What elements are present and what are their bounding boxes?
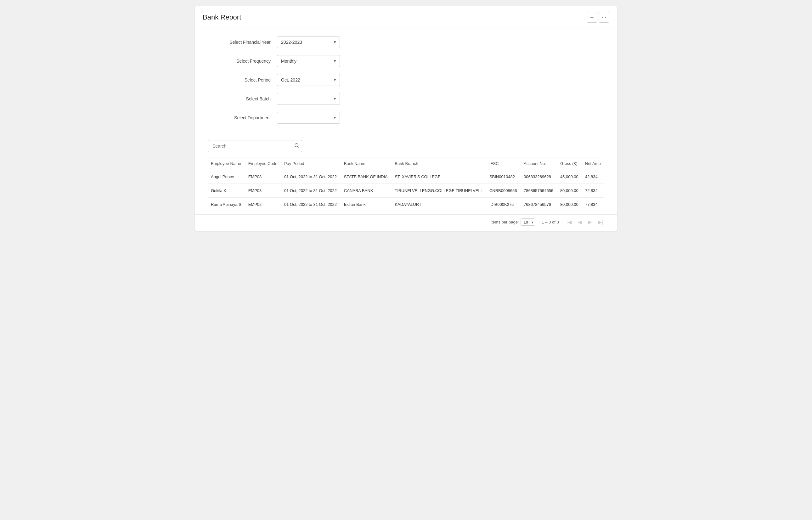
table-cell: CNRB0008656 [486, 184, 521, 198]
department-label: Select Department [208, 115, 277, 120]
items-per-page-label: Items per page: [490, 220, 519, 225]
col-account-no: Account No. [521, 157, 557, 170]
table-cell: 01 Oct, 2022 to 31 Oct, 2022 [281, 170, 341, 184]
back-button[interactable]: ← [587, 12, 597, 23]
last-page-button[interactable]: ▶| [597, 218, 604, 226]
table-cell: EMP08 [245, 170, 281, 184]
svg-line-1 [298, 146, 299, 148]
financial-year-select[interactable]: 2022-2023 2021-2022 2020-2021 [277, 36, 340, 48]
form-section: Select Financial Year 2022-2023 2021-202… [195, 27, 617, 137]
col-employee-name: Employee Name [208, 157, 245, 170]
batch-label: Select Batch [208, 96, 277, 101]
page-container: Bank Report ← ⋯ Select Financial Year 20… [195, 6, 617, 231]
col-ifsc: IFSC [486, 157, 521, 170]
table-cell: IDIB000K275 [486, 198, 521, 211]
table-header-row: Employee Name Employee Code Pay Period B… [208, 157, 604, 170]
financial-year-row: Select Financial Year 2022-2023 2021-202… [208, 36, 604, 48]
table-cell: Angel Prince [208, 170, 245, 184]
frequency-row: Select Frequency Monthly Weekly Daily ▼ [208, 55, 604, 67]
frequency-select-wrapper: Monthly Weekly Daily ▼ [277, 55, 340, 67]
table-cell: 01 Oct, 2022 to 31 Oct, 2022 [281, 184, 341, 198]
table-cell: 768678456576 [521, 198, 557, 211]
department-row: Select Department ▼ [208, 112, 604, 124]
department-select[interactable] [277, 112, 340, 124]
search-wrapper [208, 140, 302, 152]
table-cell: 80,000.00 [557, 184, 582, 198]
table-cell: CANARA BANK [341, 184, 392, 198]
more-button[interactable]: ⋯ [599, 12, 609, 23]
table-cell: 80,000.00 [557, 198, 582, 211]
table-head: Employee Name Employee Code Pay Period B… [208, 157, 604, 170]
data-table: Employee Name Employee Code Pay Period B… [208, 157, 604, 211]
page-title: Bank Report [203, 13, 241, 21]
col-net-amount: Net Amo [582, 157, 604, 170]
table-cell: EMP03 [245, 184, 281, 198]
page-header: Bank Report ← ⋯ [195, 6, 617, 27]
table-section: Employee Name Employee Code Pay Period B… [195, 157, 617, 214]
table-cell: ST. XAVIER'S COLLEGE [392, 170, 486, 184]
search-icon [294, 142, 299, 148]
items-per-page-select[interactable]: 5 10 25 50 [521, 218, 535, 226]
table-row: Rama Abinaya SEMP0201 Oct, 2022 to 31 Oc… [208, 198, 604, 211]
col-bank-branch: Bank Branch [392, 157, 486, 170]
table-cell: 7868657564656 [521, 184, 557, 198]
first-page-button[interactable]: |◀ [565, 218, 573, 226]
col-bank-name: Bank Name [341, 157, 392, 170]
table-cell: 77,834. [582, 198, 604, 211]
period-label: Select Period [208, 77, 277, 82]
table-cell: 01 Oct, 2022 to 31 Oct, 2022 [281, 198, 341, 211]
batch-row: Select Batch ▼ [208, 93, 604, 105]
table-cell: Indian Bank [341, 198, 392, 211]
search-section [195, 137, 617, 157]
items-per-page-wrapper: 5 10 25 50 ▼ [521, 218, 535, 226]
col-gross: Gross (₹) [557, 157, 582, 170]
table-body: Angel PrinceEMP0801 Oct, 2022 to 31 Oct,… [208, 170, 604, 211]
period-select[interactable]: Oct, 2022 Sep, 2022 Aug, 2022 [277, 74, 340, 86]
items-per-page: Items per page: 5 10 25 50 ▼ [490, 218, 535, 226]
batch-select[interactable] [277, 93, 340, 105]
table-cell: EMP02 [245, 198, 281, 211]
table-cell: 006833269628 [521, 170, 557, 184]
table-cell: TIRUNELVELI ENGG.COLLEGE TIRUNELVELI [392, 184, 486, 198]
batch-select-wrapper: ▼ [277, 93, 340, 105]
frequency-label: Select Frequency [208, 58, 277, 63]
period-select-wrapper: Oct, 2022 Sep, 2022 Aug, 2022 ▼ [277, 74, 340, 86]
table-row: Angel PrinceEMP0801 Oct, 2022 to 31 Oct,… [208, 170, 604, 184]
table-cell: SBIN0010482 [486, 170, 521, 184]
table-cell: STATE BANK OF INDIA [341, 170, 392, 184]
search-button[interactable] [294, 142, 299, 150]
col-pay-period: Pay Period [281, 157, 341, 170]
table-cell: Rama Abinaya S [208, 198, 245, 211]
table-cell: 42,834. [582, 170, 604, 184]
search-input[interactable] [208, 140, 302, 152]
page-info: 1 – 3 of 3 [542, 220, 559, 225]
department-select-wrapper: ▼ [277, 112, 340, 124]
financial-year-select-wrapper: 2022-2023 2021-2022 2020-2021 ▼ [277, 36, 340, 48]
frequency-select[interactable]: Monthly Weekly Daily [277, 55, 340, 67]
next-page-button[interactable]: ▶ [587, 218, 593, 226]
table-row: Gokila KEMP0301 Oct, 2022 to 31 Oct, 202… [208, 184, 604, 198]
period-row: Select Period Oct, 2022 Sep, 2022 Aug, 2… [208, 74, 604, 86]
table-cell: 45,000.00 [557, 170, 582, 184]
financial-year-label: Select Financial Year [208, 40, 277, 45]
pagination-bar: Items per page: 5 10 25 50 ▼ 1 – 3 of 3 … [195, 214, 617, 231]
table-cell: KADAYALURTI [392, 198, 486, 211]
header-actions: ← ⋯ [587, 12, 609, 23]
col-employee-code: Employee Code [245, 157, 281, 170]
table-cell: 72,834. [582, 184, 604, 198]
table-cell: Gokila K [208, 184, 245, 198]
prev-page-button[interactable]: ◀ [577, 218, 583, 226]
